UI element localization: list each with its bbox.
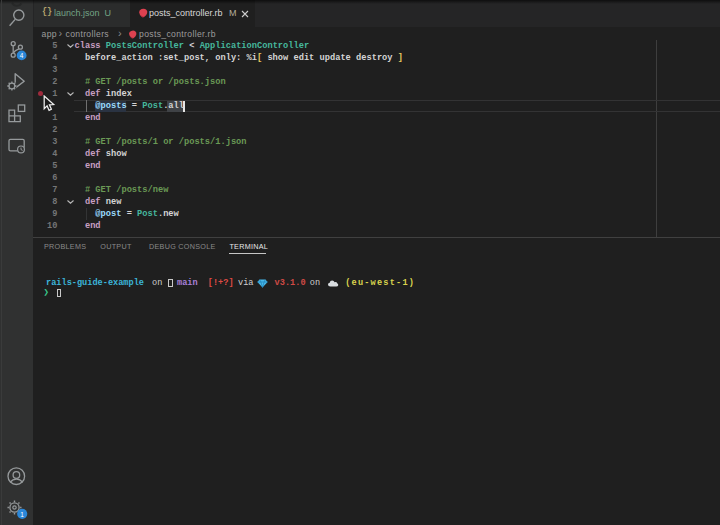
svg-text:1: 1 — [20, 511, 24, 518]
svg-text:4: 4 — [20, 52, 24, 59]
